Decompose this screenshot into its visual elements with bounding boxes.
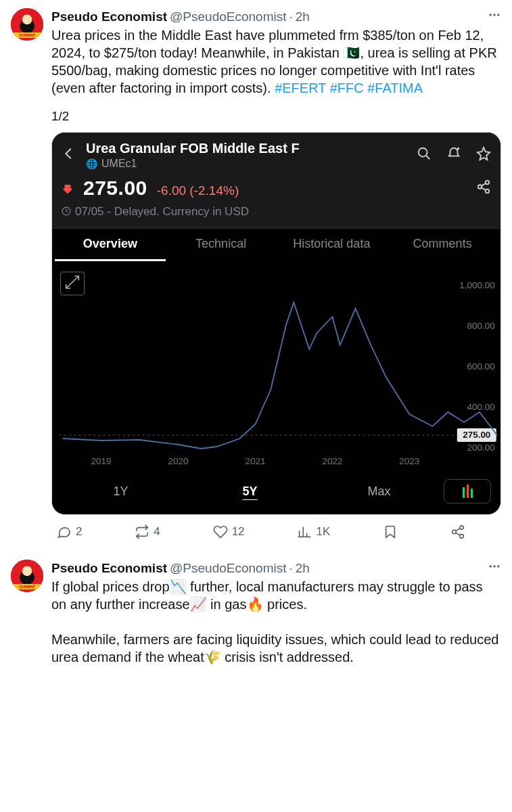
handle[interactable]: @PseudoEconomist (170, 9, 286, 24)
svg-point-2 (497, 14, 499, 16)
chart-tabs: Overview Technical Historical data Comme… (52, 228, 501, 261)
avatar[interactable]: GORMINT (11, 560, 43, 592)
range-5y[interactable]: 5Y (185, 484, 315, 499)
tweet-actions: 2 4 12 1K (51, 515, 471, 549)
hashtag[interactable]: #FATIMA (367, 81, 423, 95)
chart-plot-area[interactable]: 1,000.00 800.00 600.00 400.00 200.00 275… (52, 261, 501, 471)
y-tick: 600.00 (467, 361, 495, 371)
chart-down-emoji: 📉 (170, 578, 187, 595)
share-icon[interactable] (476, 179, 491, 198)
flag-emoji: 🇵🇰 (343, 44, 360, 62)
reply-button[interactable]: 2 (57, 524, 82, 539)
separator-dot: · (289, 561, 292, 576)
svg-point-16 (497, 565, 499, 567)
down-arrow-icon (62, 183, 74, 198)
tweet-header: Pseudo Economist @PseudoEconomist · 2h (51, 560, 501, 577)
like-count: 12 (232, 525, 245, 539)
x-tick: 2019 (91, 456, 112, 466)
range-selector: 1Y 5Y Max (52, 471, 501, 514)
views-button[interactable]: 1K (297, 524, 330, 539)
retweet-count: 4 (154, 525, 160, 539)
thread-indicator: 1/2 (51, 109, 501, 124)
embedded-chart-card[interactable]: Urea Granular FOB Middle East F 🌐 UMEc1 (51, 132, 501, 515)
tweet: GORMINT Pseudo Economist @PseudoEconomis… (0, 0, 512, 551)
wheat-emoji: 🌾 (204, 648, 221, 666)
x-tick: 2022 (322, 456, 342, 466)
y-tick: 200.00 (467, 443, 495, 453)
range-1y[interactable]: 1Y (56, 484, 185, 499)
alert-add-icon[interactable] (446, 146, 461, 164)
retweet-button[interactable]: 4 (135, 524, 160, 539)
price-value: 275.00 (83, 177, 147, 200)
star-icon[interactable] (476, 146, 491, 164)
chart-up-emoji: 📈 (190, 595, 207, 613)
y-tick: 400.00 (467, 402, 495, 412)
display-name[interactable]: Pseudo Economist (51, 561, 167, 576)
candlestick-toggle[interactable] (444, 479, 491, 503)
x-tick: 2021 (245, 456, 265, 466)
tweet-text: Urea prices in the Middle East have plum… (51, 26, 501, 97)
clock-icon (62, 206, 71, 218)
tab-overview[interactable]: Overview (55, 237, 166, 261)
svg-point-11 (460, 526, 464, 530)
tab-comments[interactable]: Comments (387, 237, 498, 261)
y-tick: 800.00 (467, 321, 495, 331)
hashtag[interactable]: #EFERT (275, 81, 326, 95)
price-line (63, 302, 497, 449)
reply-count: 2 (76, 525, 82, 539)
display-name[interactable]: Pseudo Economist (51, 9, 167, 24)
handle[interactable]: @PseudoEconomist (170, 561, 286, 576)
tweet-header: Pseudo Economist @PseudoEconomist · 2h (51, 8, 501, 25)
timestamp[interactable]: 2h (296, 9, 310, 24)
like-button[interactable]: 12 (213, 524, 245, 539)
text-segment: in gas (207, 597, 247, 612)
avatar[interactable]: GORMINT (11, 8, 43, 41)
text-segment: If global prices drop (51, 579, 170, 594)
tweet-text: If global prices drop📉 further, local ma… (51, 578, 501, 666)
x-tick: 2020 (168, 456, 189, 466)
share-button[interactable] (450, 524, 465, 539)
chart-title: Urea Granular FOB Middle East F (86, 141, 407, 156)
back-arrow-icon[interactable] (62, 146, 76, 165)
svg-point-14 (490, 565, 492, 567)
range-max[interactable]: Max (315, 484, 444, 499)
timestamp[interactable]: 2h (296, 561, 310, 576)
svg-point-5 (478, 185, 482, 189)
svg-point-3 (419, 148, 427, 157)
more-icon[interactable] (488, 8, 501, 25)
delay-text: 07/05 - Delayed. Currency in USD (75, 205, 249, 219)
chart-symbol: UMEc1 (101, 158, 137, 170)
tab-historical[interactable]: Historical data (277, 237, 388, 261)
globe-icon: 🌐 (86, 158, 97, 169)
tab-technical[interactable]: Technical (166, 237, 277, 261)
view-count: 1K (316, 525, 330, 539)
svg-point-0 (490, 14, 492, 16)
separator-dot: · (289, 9, 292, 24)
search-icon[interactable] (417, 146, 432, 164)
svg-point-4 (486, 180, 490, 184)
hashtag[interactable]: #FFC (330, 81, 364, 95)
svg-point-13 (460, 535, 464, 539)
svg-point-1 (493, 14, 495, 16)
text-segment: crisis isn't addressed. (221, 650, 354, 664)
bookmark-button[interactable] (383, 524, 398, 539)
y-tick: 1,000.00 (459, 280, 494, 290)
fire-emoji: 🔥 (247, 595, 264, 613)
svg-rect-8 (60, 272, 84, 295)
x-tick: 2023 (399, 456, 419, 466)
current-price-label: 275.00 (463, 430, 490, 440)
more-icon[interactable] (488, 560, 501, 577)
svg-point-12 (452, 530, 457, 534)
price-change: -6.00 (-2.14%) (157, 183, 239, 198)
tweet: GORMINT Pseudo Economist @PseudoEconomis… (0, 551, 512, 669)
svg-point-6 (486, 189, 490, 193)
svg-point-15 (493, 565, 495, 567)
